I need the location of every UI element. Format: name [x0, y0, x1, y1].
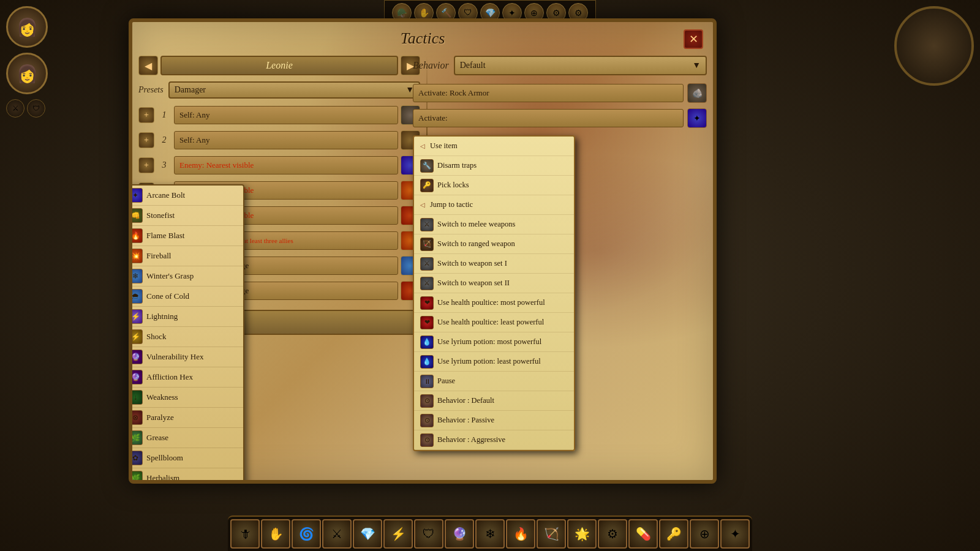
spell-shock[interactable]: ⚡ Shock [129, 327, 243, 347]
portrait-1[interactable]: 👩 [6, 6, 48, 48]
action-row-2: Activate: ✦ [413, 107, 707, 130]
condition-1[interactable]: Self: Any [174, 106, 398, 124]
bottom-icon-10[interactable]: 🔥 [506, 519, 535, 549]
spell-weakness[interactable]: ↓ Weakness [129, 388, 243, 408]
bottom-icon-11[interactable]: 🏹 [537, 519, 566, 549]
spell-cone-of-cold[interactable]: 🌨 Cone of Cold [129, 287, 243, 307]
bottom-icon-5[interactable]: 💎 [353, 519, 382, 549]
character-nav: ◀ Leonie ▶ [138, 56, 420, 75]
action-lyrium-least[interactable]: 💧 Use lyrium potion: least powerful [414, 352, 574, 372]
add-tactic-1[interactable]: + [138, 107, 154, 123]
behavior-dropdown[interactable]: Default ▼ [454, 56, 707, 75]
bottom-icon-9[interactable]: ❄ [475, 519, 505, 549]
spell-herbalism[interactable]: 🌿 Herbalism [129, 468, 243, 484]
bottom-icon-3[interactable]: 🌀 [292, 519, 321, 549]
action-use-item[interactable]: ◁ Use item [414, 137, 574, 156]
action-beh-def-icon: ⊙ [420, 394, 434, 408]
action-icon-right-2[interactable]: ✦ [687, 108, 707, 128]
spell-bloom-icon: ✿ [129, 451, 143, 465]
action-health-least[interactable]: ❤ Use health poultice: least powerful [414, 313, 574, 332]
bottom-icon-8[interactable]: 🔮 [445, 519, 474, 549]
presets-dropdown[interactable]: Damager ▼ [168, 81, 420, 99]
prev-character-button[interactable]: ◀ [138, 56, 158, 75]
add-tactic-2[interactable]: + [138, 132, 154, 148]
bottom-icon-2[interactable]: ✋ [261, 519, 290, 549]
add-tactic-3[interactable]: + [138, 157, 154, 173]
action-ranged-icon: 🏹 [420, 238, 434, 251]
action-switch-melee[interactable]: ⚔ Switch to melee weapons [414, 215, 574, 234]
spell-shock-icon: ⚡ [129, 329, 143, 344]
action-disarm-traps[interactable]: 🔧 Disarm traps [414, 156, 574, 176]
spell-arcane-icon: ✦ [129, 188, 143, 203]
close-button[interactable]: ✕ [684, 29, 703, 49]
portrait-icon-2[interactable]: 🛡 [27, 99, 45, 118]
spell-weak-icon: ↓ [129, 390, 143, 405]
spell-winters-grasp[interactable]: ❄ Winter's Grasp [129, 266, 243, 287]
presets-label: Presets [138, 85, 164, 95]
spell-affliction-hex[interactable]: 🔮 Affliction Hex [129, 367, 243, 388]
action-melee-icon: ⚔ [420, 218, 434, 231]
portrait-icon-1[interactable]: ⚔ [6, 99, 24, 118]
spell-lightning[interactable]: ⚡ Lightning [129, 307, 243, 327]
bottom-action-bar: 🗡 ✋ 🌀 ⚔ 💎 ⚡ 🛡 🔮 ❄ 🔥 🏹 🌟 ⚙ 💊 🔑 ⊕ ✦ [228, 515, 752, 551]
portrait-2[interactable]: 👩 [6, 53, 48, 94]
spell-cone-icon: 🌨 [129, 289, 143, 304]
bottom-icon-13[interactable]: ⚙ [598, 519, 627, 549]
action-icon-right-1[interactable]: 🪨 [687, 83, 707, 103]
spell-stone-icon: 👊 [129, 208, 143, 223]
action-health-least-icon: ❤ [420, 316, 434, 329]
bottom-icon-17[interactable]: ✦ [720, 519, 750, 549]
action-bar-1[interactable]: Activate: Rock Armor [413, 84, 684, 102]
spell-vulnerability-hex[interactable]: 🔮 Vulnerability Hex [129, 347, 243, 367]
spell-spellbloom[interactable]: ✿ Spellbloom [129, 448, 243, 468]
presets-row: Presets Damager ▼ [138, 81, 420, 99]
action-lyrium-least-icon: 💧 [420, 355, 434, 369]
action-health-most-icon: ❤ [420, 296, 434, 310]
spell-lightning-icon: ⚡ [129, 309, 143, 324]
action-health-most[interactable]: ❤ Use health poultice: most powerful [414, 293, 574, 313]
action-beh-agg-icon: ⊙ [420, 433, 434, 447]
action-disarm-icon: 🔧 [420, 159, 434, 173]
bottom-icon-14[interactable]: 💊 [628, 519, 658, 549]
condition-2[interactable]: Self: Any [174, 131, 398, 149]
right-panel: Behavior Default ▼ Activate: Rock Armor … [413, 56, 707, 472]
spell-fireball[interactable]: 💥 Fireball [129, 246, 243, 266]
bottom-icon-12[interactable]: 🌟 [567, 519, 597, 549]
bottom-icon-15[interactable]: 🔑 [659, 519, 688, 549]
action-behavior-passive[interactable]: ⊙ Behavior : Passive [414, 411, 574, 430]
spell-paralyze[interactable]: ⊗ Paralyze [129, 408, 243, 428]
behavior-header: Behavior Default ▼ [413, 56, 707, 75]
bottom-icon-16[interactable]: ⊕ [690, 519, 719, 549]
spell-para-icon: ⊗ [129, 410, 143, 425]
spell-flame-blast[interactable]: 🔥 Flame Blast [129, 226, 243, 246]
bottom-icon-7[interactable]: 🛡 [414, 519, 443, 549]
spell-grease[interactable]: 🌿 Grease [129, 428, 243, 448]
bottom-icon-6[interactable]: ⚡ [383, 519, 413, 549]
action-switch-set-2[interactable]: ⚔ Switch to weapon set II [414, 274, 574, 293]
action-set1-icon: ⚔ [420, 257, 434, 271]
action-pause[interactable]: ⏸ Pause [414, 372, 574, 391]
action-jump-to-tactic[interactable]: ◁ Jump to tactic [414, 195, 574, 215]
action-switch-ranged[interactable]: 🏹 Switch to ranged weapon [414, 234, 574, 254]
bottom-icon-4[interactable]: ⚔ [322, 519, 352, 549]
spell-fireball-icon: 💥 [129, 249, 143, 263]
spell-dropdown: ✦ Arcane Bolt 👊 Stonefist 🔥 Flame Blast … [129, 184, 244, 484]
bottom-icon-1[interactable]: 🗡 [230, 519, 260, 549]
condition-3[interactable]: Enemy: Nearest visible [174, 156, 398, 174]
action-behavior-aggressive[interactable]: ⊙ Behavior : Aggressive [414, 430, 574, 450]
spell-stonefist[interactable]: 👊 Stonefist [129, 206, 243, 226]
portraits-panel: 👩 👩 ⚔ 🛡 [6, 6, 48, 118]
action-switch-set-1[interactable]: ⚔ Switch to weapon set I [414, 254, 574, 274]
action-bar-2[interactable]: Activate: [413, 109, 684, 127]
action-dropdown: ◁ Use item 🔧 Disarm traps 🔑 Pick locks ◁… [413, 135, 575, 451]
action-lyrium-most[interactable]: 💧 Use lyrium potion: most powerful [414, 332, 574, 352]
action-behavior-default[interactable]: ⊙ Behavior : Default [414, 391, 574, 411]
action-pause-icon: ⏸ [420, 375, 434, 388]
spell-arcane-bolt[interactable]: ✦ Arcane Bolt [129, 186, 243, 206]
action-pick-locks[interactable]: 🔑 Pick locks [414, 176, 574, 195]
spell-ice-icon: ❄ [129, 269, 143, 283]
spell-ahex-icon: 🔮 [129, 370, 143, 384]
window-title: Tactics [401, 29, 445, 48]
tactic-row-2: + 2 Self: Any [138, 129, 420, 152]
action-set2-icon: ⚔ [420, 277, 434, 290]
